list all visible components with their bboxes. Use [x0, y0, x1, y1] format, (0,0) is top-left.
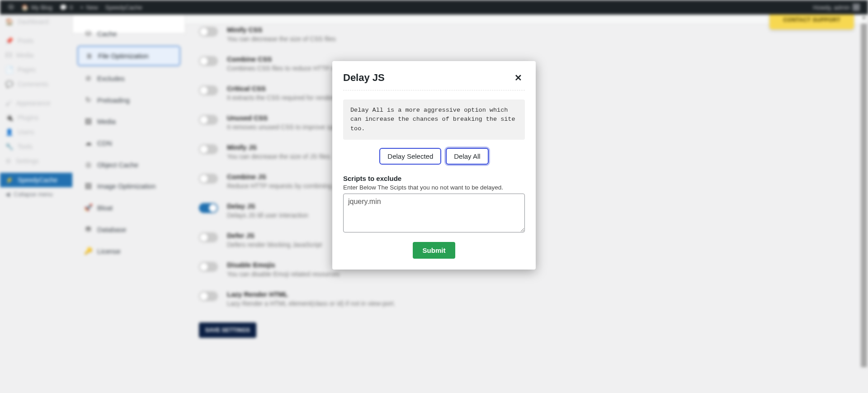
modal-overlay: Delay JS ✕ Delay All is a more aggressiv… — [0, 0, 868, 393]
modal-note: Delay All is a more aggressive option wh… — [343, 99, 525, 140]
exclude-textarea[interactable] — [343, 194, 525, 232]
exclude-hint: Enter Below The Scipts that you no not w… — [343, 184, 525, 191]
modal-title: Delay JS — [343, 72, 385, 84]
delay-js-modal: Delay JS ✕ Delay All is a more aggressiv… — [332, 61, 536, 270]
exclude-label: Scripts to exclude — [343, 175, 525, 182]
delay-selected-button[interactable]: Delay Selected — [379, 148, 441, 165]
submit-button[interactable]: Submit — [413, 242, 456, 259]
delay-all-button[interactable]: Delay All — [446, 148, 488, 165]
close-icon[interactable]: ✕ — [512, 72, 525, 83]
